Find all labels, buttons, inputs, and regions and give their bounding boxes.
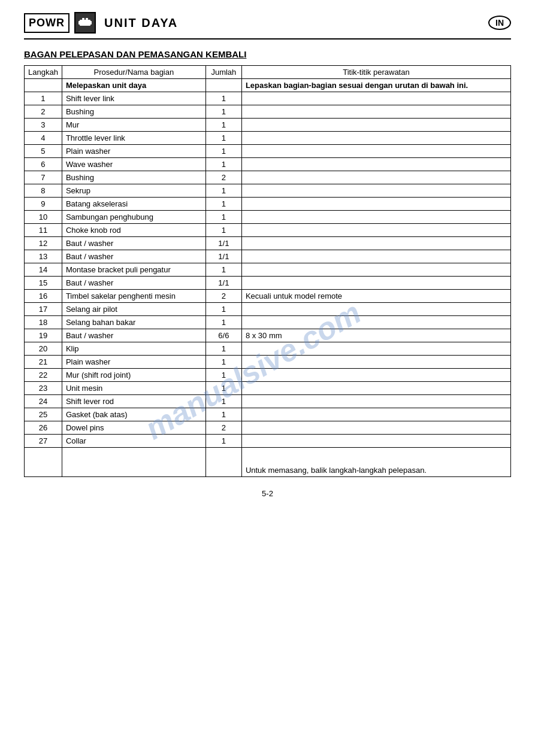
row-note bbox=[241, 237, 510, 250]
row-num: 19 bbox=[25, 329, 62, 342]
svg-rect-4 bbox=[86, 18, 88, 20]
row-num: 21 bbox=[25, 356, 62, 369]
row-num: 16 bbox=[25, 290, 62, 303]
header-left: POWR UNIT DAYA bbox=[24, 12, 178, 34]
row-part: Mur bbox=[62, 119, 205, 132]
row-qty: 1 bbox=[205, 119, 241, 132]
row-num: 9 bbox=[25, 198, 62, 211]
heading-num-cell bbox=[25, 79, 62, 92]
row-part: Klip bbox=[62, 342, 205, 356]
table-wrapper: manualsive.com Langkah Prosedur/Nama bag… bbox=[24, 65, 511, 477]
row-part: Dowel pins bbox=[62, 421, 205, 435]
table-row: 26Dowel pins2 bbox=[25, 421, 511, 435]
table-row: 16Timbel sakelar penghenti mesin2Kecuali… bbox=[25, 290, 511, 303]
table-row: 12Baut / washer1/1 bbox=[25, 237, 511, 250]
main-table: Langkah Prosedur/Nama bagian Jumlah Titi… bbox=[24, 65, 511, 477]
row-part: Shift lever rod bbox=[62, 395, 205, 408]
table-row: 9Batang akselerasi1 bbox=[25, 198, 511, 211]
table-row: 3Mur1 bbox=[25, 119, 511, 132]
row-qty: 1 bbox=[205, 198, 241, 211]
row-qty: 1 bbox=[205, 263, 241, 277]
footer-row: Untuk memasang, balik langkah-langkah pe… bbox=[25, 448, 511, 477]
row-note bbox=[241, 224, 510, 237]
row-num: 5 bbox=[25, 145, 62, 158]
table-row: 27Collar1 bbox=[25, 435, 511, 448]
heading-qty-cell bbox=[205, 79, 241, 92]
row-part: Selang bahan bakar bbox=[62, 316, 205, 329]
table-row: 7Bushing2 bbox=[25, 171, 511, 184]
row-qty: 1 bbox=[205, 158, 241, 171]
row-qty: 1 bbox=[205, 342, 241, 356]
row-qty: 1 bbox=[205, 224, 241, 237]
row-qty: 1 bbox=[205, 303, 241, 316]
row-num: 8 bbox=[25, 184, 62, 198]
table-row: 15Baut / washer1/1 bbox=[25, 277, 511, 290]
row-note bbox=[241, 158, 510, 171]
row-num: 14 bbox=[25, 263, 62, 277]
in-badge: IN bbox=[488, 16, 511, 30]
table-row: 22Mur (shift rod joint)1 bbox=[25, 369, 511, 382]
row-part: Montase bracket puli pengatur bbox=[62, 263, 205, 277]
row-num: 4 bbox=[25, 132, 62, 145]
table-header-row: Langkah Prosedur/Nama bagian Jumlah Titi… bbox=[25, 66, 511, 79]
row-part: Sambungan penghubung bbox=[62, 211, 205, 224]
row-qty: 6/6 bbox=[205, 329, 241, 342]
row-num: 12 bbox=[25, 237, 62, 250]
table-row: 5Plain washer1 bbox=[25, 145, 511, 158]
col-header-prosedur: Prosedur/Nama bagian bbox=[62, 66, 205, 79]
row-part: Sekrup bbox=[62, 184, 205, 198]
row-num: 17 bbox=[25, 303, 62, 316]
row-part: Collar bbox=[62, 435, 205, 448]
row-note bbox=[241, 171, 510, 184]
row-qty: 1 bbox=[205, 395, 241, 408]
section-title: BAGAN PELEPASAN DAN PEMASANGAN KEMBALI bbox=[24, 49, 511, 59]
svg-rect-2 bbox=[90, 21, 92, 25]
row-qty: 1/1 bbox=[205, 250, 241, 263]
row-part: Bushing bbox=[62, 171, 205, 184]
svg-rect-1 bbox=[78, 21, 80, 25]
row-qty: 1 bbox=[205, 92, 241, 105]
heading-label-cell: Melepaskan unit daya bbox=[62, 79, 205, 92]
row-num: 25 bbox=[25, 408, 62, 421]
table-row: 13Baut / washer1/1 bbox=[25, 250, 511, 263]
heading-note-cell: Lepaskan bagian-bagian sesuai dengan uru… bbox=[241, 79, 510, 92]
table-row: 24Shift lever rod1 bbox=[25, 395, 511, 408]
row-part: Baut / washer bbox=[62, 277, 205, 290]
row-note bbox=[241, 316, 510, 329]
row-part: Plain washer bbox=[62, 145, 205, 158]
row-part: Baut / washer bbox=[62, 329, 205, 342]
row-part: Baut / washer bbox=[62, 237, 205, 250]
table-row: 2Bushing1 bbox=[25, 105, 511, 119]
row-qty: 1/1 bbox=[205, 277, 241, 290]
row-note bbox=[241, 105, 510, 119]
row-num: 6 bbox=[25, 158, 62, 171]
row-part: Gasket (bak atas) bbox=[62, 408, 205, 421]
row-qty: 2 bbox=[205, 421, 241, 435]
row-part: Selang air pilot bbox=[62, 303, 205, 316]
row-num: 27 bbox=[25, 435, 62, 448]
page-header: POWR UNIT DAYA IN bbox=[24, 12, 511, 40]
row-qty: 1/1 bbox=[205, 237, 241, 250]
row-num: 23 bbox=[25, 382, 62, 395]
svg-rect-3 bbox=[82, 18, 84, 20]
row-num: 26 bbox=[25, 421, 62, 435]
row-part: Timbel sakelar penghenti mesin bbox=[62, 290, 205, 303]
row-part: Choke knob rod bbox=[62, 224, 205, 237]
row-num: 7 bbox=[25, 171, 62, 184]
powr-logo: POWR bbox=[24, 13, 69, 33]
row-num: 3 bbox=[25, 119, 62, 132]
row-note bbox=[241, 211, 510, 224]
page-number: 5-2 bbox=[24, 489, 511, 498]
row-note bbox=[241, 342, 510, 356]
row-note bbox=[241, 92, 510, 105]
row-note bbox=[241, 369, 510, 382]
row-num: 18 bbox=[25, 316, 62, 329]
footer-empty-3 bbox=[205, 448, 241, 477]
row-note bbox=[241, 119, 510, 132]
row-num: 15 bbox=[25, 277, 62, 290]
table-row: 1Shift lever link1 bbox=[25, 92, 511, 105]
row-note bbox=[241, 356, 510, 369]
row-num: 24 bbox=[25, 395, 62, 408]
table-heading-row: Melepaskan unit daya Lepaskan bagian-bag… bbox=[25, 79, 511, 92]
table-row: 21Plain washer1 bbox=[25, 356, 511, 369]
